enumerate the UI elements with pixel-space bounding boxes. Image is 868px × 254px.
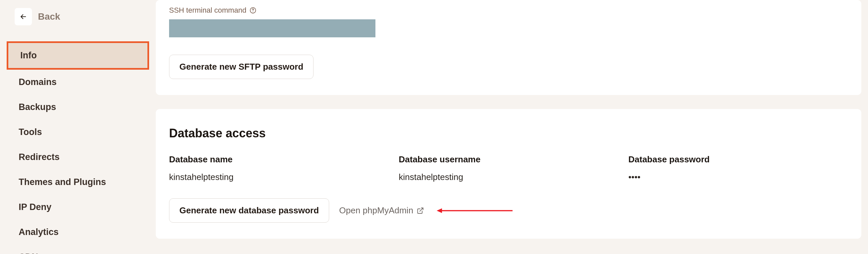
sidebar-item-label: Redirects bbox=[19, 152, 60, 162]
svg-marker-5 bbox=[437, 208, 442, 213]
ssh-command-redacted bbox=[169, 19, 375, 37]
sidebar-item-label: Themes and Plugins bbox=[19, 177, 106, 187]
annotation-arrow bbox=[437, 208, 513, 214]
button-label: Generate new SFTP password bbox=[179, 62, 303, 72]
database-access-panel: Database access Database name kinstahelp… bbox=[156, 109, 861, 239]
sidebar-item-label: Domains bbox=[19, 77, 57, 87]
sftp-panel: SSH terminal command Generate new SFTP p… bbox=[156, 0, 861, 95]
database-access-title: Database access bbox=[169, 126, 848, 140]
external-link-icon bbox=[417, 207, 424, 214]
database-password-label: Database password bbox=[628, 154, 848, 165]
generate-database-password-button[interactable]: Generate new database password bbox=[169, 198, 329, 223]
database-actions-row: Generate new database password Open phpM… bbox=[169, 198, 848, 223]
sidebar-item-label: Analytics bbox=[19, 227, 59, 237]
sidebar-item-analytics[interactable]: Analytics bbox=[7, 220, 149, 245]
database-username-value: kinstahelptesting bbox=[399, 172, 628, 182]
sidebar: Back Info Domains Backups Tools Redirect… bbox=[0, 0, 156, 254]
sidebar-item-cdn[interactable]: CDN bbox=[7, 245, 149, 254]
database-grid: Database name kinstahelptesting Database… bbox=[169, 154, 848, 182]
link-label: Open phpMyAdmin bbox=[339, 205, 413, 216]
sidebar-item-domains[interactable]: Domains bbox=[7, 70, 149, 95]
ssh-terminal-command-label-row: SSH terminal command bbox=[169, 0, 848, 15]
database-name-label: Database name bbox=[169, 154, 399, 165]
sidebar-item-label: Backups bbox=[19, 102, 56, 112]
arrow-left-icon bbox=[19, 13, 27, 21]
sidebar-item-info[interactable]: Info bbox=[7, 41, 149, 70]
sidebar-item-backups[interactable]: Backups bbox=[7, 95, 149, 120]
sidebar-item-ip-deny[interactable]: IP Deny bbox=[7, 195, 149, 220]
sidebar-item-label: CDN bbox=[19, 252, 38, 254]
generate-sftp-password-button[interactable]: Generate new SFTP password bbox=[169, 55, 313, 79]
sidebar-item-label: IP Deny bbox=[19, 202, 52, 212]
database-username-column: Database username kinstahelptesting bbox=[399, 154, 628, 182]
sidebar-item-label: Tools bbox=[19, 127, 42, 137]
ssh-terminal-command-label: SSH terminal command bbox=[169, 6, 246, 15]
database-username-label: Database username bbox=[399, 154, 628, 165]
sidebar-item-themes-and-plugins[interactable]: Themes and Plugins bbox=[7, 170, 149, 195]
database-password-value: •••• bbox=[628, 172, 848, 182]
arrow-left-icon bbox=[437, 208, 513, 214]
help-icon[interactable] bbox=[250, 7, 256, 14]
open-phpmyadmin-link[interactable]: Open phpMyAdmin bbox=[339, 205, 424, 216]
database-name-value: kinstahelptesting bbox=[169, 172, 399, 182]
main-content: SSH terminal command Generate new SFTP p… bbox=[156, 0, 868, 254]
svg-line-3 bbox=[420, 208, 423, 211]
button-label: Generate new database password bbox=[179, 205, 319, 216]
back-icon-button[interactable] bbox=[14, 8, 32, 25]
sidebar-item-tools[interactable]: Tools bbox=[7, 120, 149, 145]
sidebar-item-label: Info bbox=[20, 50, 37, 60]
back-label: Back bbox=[38, 11, 60, 22]
sidebar-item-redirects[interactable]: Redirects bbox=[7, 145, 149, 170]
database-password-column: Database password •••• bbox=[628, 154, 848, 182]
back-button-row[interactable]: Back bbox=[14, 8, 149, 25]
database-name-column: Database name kinstahelptesting bbox=[169, 154, 399, 182]
